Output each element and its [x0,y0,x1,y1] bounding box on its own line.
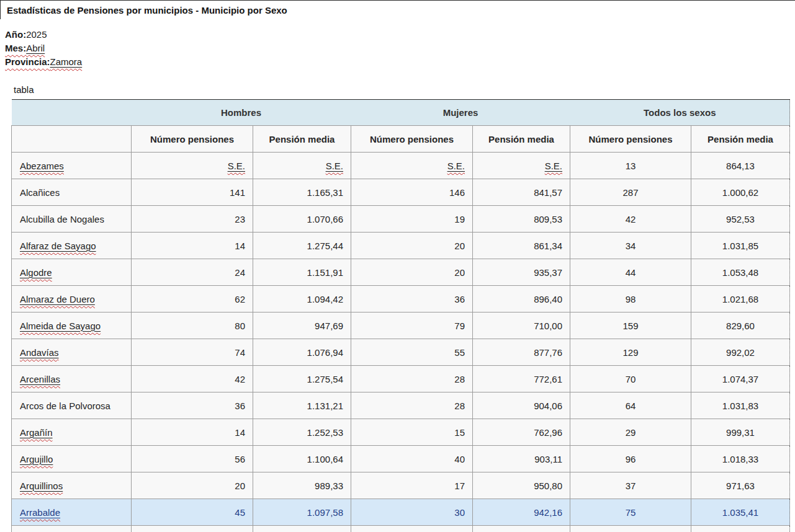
cell-value: 1.000,62 [722,187,758,198]
table-row[interactable]: Alfaraz de Sayago141.275,4420861,34341.0… [12,233,790,259]
value-cell: 904,06 [473,392,570,419]
table-row[interactable]: AbezamesS.E.S.E.S.E.S.E.13864,13 [12,153,790,179]
value-cell: 79 [351,313,473,339]
table-row[interactable]: Argujillo561.100,6440903,11961.018,33 [12,446,790,472]
cell-value: S.E. [545,161,562,171]
table-row[interactable]: Arcos de la Polvorosa361.131,2128904,066… [12,392,790,419]
table-row[interactable]: Argañín141.252,5315762,9629999,31 [12,419,790,446]
cell-value: 877,76 [534,347,562,358]
col-header-numero-pensiones-todos: Número pensiones [570,126,691,153]
value-cell: 861,34 [473,233,570,259]
municipality-cell: Arrabalde [12,499,132,526]
table-row[interactable]: Arcenillas421.275,5428772,61701.074,37 [12,366,790,392]
table-row[interactable]: Arquillinos20989,3317950,8037971,63 [12,472,790,499]
value-cell: 43 [351,526,473,532]
municipality-underline: Algodre [20,267,52,278]
municipality-name: Alfaraz de Sayago [20,241,96,251]
value-cell: 1.000,62 [691,179,790,206]
cell-value: 96 [626,454,636,464]
municipality-cell: Argujillo [12,446,132,472]
value-cell: 17 [351,472,473,499]
value-cell: 952,53 [691,206,790,233]
cell-value: 24 [235,267,245,278]
municipality-cell: Alcañices [12,179,132,206]
municipality-name: Arcos de la Polvorosa [20,401,110,411]
municipality-underline: Arcenillas [20,374,60,384]
value-cell: 1.031,83 [691,392,790,419]
municipality-underline: Arquillinos [20,481,63,491]
value-cell: 23 [132,206,253,233]
pensions-by-municipality-table: Hombres Mujeres Todos los sexos Número p… [11,99,790,532]
value-cell: 841,57 [473,179,570,206]
table-row[interactable]: Algodre241.151,9120935,37441.053,48 [12,259,790,286]
filter-value: Abril [26,43,45,53]
municipality-name: Andavías [20,347,59,358]
value-cell: 70 [570,366,691,392]
value-cell: 992,02 [691,339,790,366]
municipality-cell: Argañín [12,419,132,446]
municipality-cell: Arquillinos [12,472,132,499]
cell-value: 40 [454,454,465,464]
cell-value: 861,34 [534,241,562,251]
table-row[interactable]: Almeida de Sayago80947,6979710,00159829,… [12,313,790,339]
value-cell: 74 [132,339,253,366]
cell-value: 1.151,91 [307,267,343,278]
municipality-cell: Almeida de Sayago [12,313,132,339]
cell-value: 19 [454,214,465,224]
cell-value: 947,69 [315,321,343,331]
cell-value: 14 [235,427,245,438]
municipality-cell: Andavías [12,339,132,366]
cell-value: 75 [626,507,636,518]
col-header-pension-media-todos: Pensión media [691,126,790,153]
municipality-cell: Abezames [12,153,132,179]
value-cell: 20 [351,233,473,259]
value-cell: 44 [570,259,691,286]
value-cell: 20 [351,259,473,286]
cell-value: 896,40 [534,294,562,304]
value-cell: 98 [570,286,691,313]
cell-value: 1.031,83 [722,401,758,411]
value-cell: 30 [132,526,253,532]
municipality-name: Algodre [20,267,52,278]
cell-value: 45 [235,507,245,518]
cell-value: 15 [454,427,465,438]
table-row[interactable]: Almaraz de Duero621.094,4236896,40981.02… [12,286,790,313]
filter-label: Año: [5,29,26,40]
cell-value: 1.097,58 [307,507,343,518]
municipality-name: Almeida de Sayago [20,321,101,331]
cell-value: 1.100,64 [307,454,343,464]
cell-value: 942,16 [534,507,562,518]
value-cell: 864,45 [473,526,570,532]
cell-value: 28 [454,374,465,384]
table-row[interactable]: Alcubilla de Nogales231.070,6619809,5342… [12,206,790,233]
value-cell: S.E. [473,153,570,179]
report-filters: Año:2025Mes:AbrilProvincia:Zamora [5,28,795,69]
value-cell: 29 [570,419,691,446]
cell-value: 70 [626,374,636,384]
table-row[interactable]: Andavías741.076,9455877,76129992,02 [12,339,790,366]
cell-value: 809,53 [534,214,562,224]
cell-value: 1.275,44 [307,241,343,251]
cell-value: 55 [454,347,465,358]
municipality-underline: Almaraz de Duero [20,294,95,304]
col-header-pension-media-mujeres: Pensión media [473,126,570,153]
value-cell: 942,16 [473,499,570,526]
cell-value: 1.275,54 [307,374,343,384]
value-cell: 15 [351,419,473,446]
group-header-todos-los-sexos: Todos los sexos [570,100,790,126]
cell-value: 950,80 [534,481,562,491]
table-row[interactable]: Alcañices1411.165,31146841,572871.000,62 [12,179,790,206]
table-row[interactable]: Arrabalde451.097,5830942,16751.035,41 [12,499,790,526]
value-cell: 73 [570,526,691,532]
value-cell: 80 [132,313,253,339]
table-row[interactable]: Aspariegos301.108,6443864,4573964,80 [12,526,790,532]
cell-value: 36 [454,294,465,304]
suppressed-value-underline: S.E. [545,161,562,171]
table-caption: tabla [14,84,795,95]
municipality-cell: Aspariegos [12,526,132,532]
municipality-cell: Algodre [12,259,132,286]
cell-value: 80 [235,321,245,331]
value-cell: 64 [570,392,691,419]
value-cell: 30 [351,499,473,526]
filter-label: Provincia: [5,56,50,67]
